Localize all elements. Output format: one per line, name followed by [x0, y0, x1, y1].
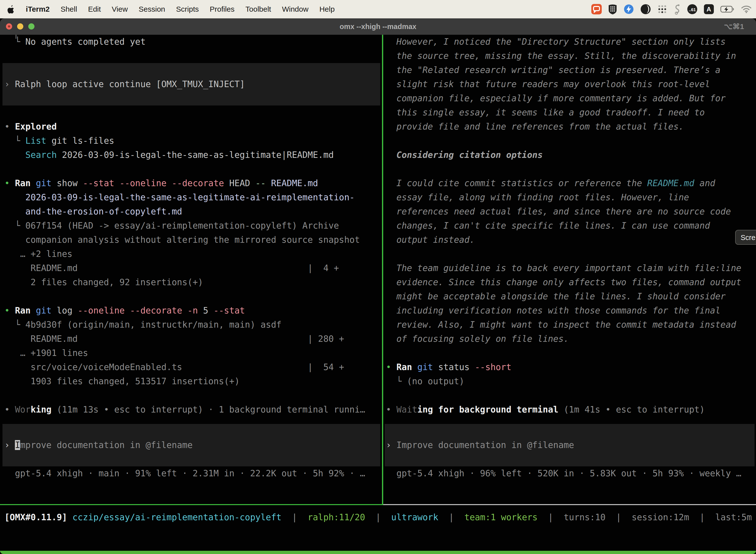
terminal-line: gpt-5.4 xhigh · main · 91% left · 2.31M …: [4, 466, 382, 481]
blank-line: [386, 247, 756, 261]
screen-overlay-tooltip: Scre: [735, 230, 756, 245]
blank-line: [4, 49, 382, 63]
window-title-bar[interactable]: omx --xhigh --madmax ⌥⌘1: [0, 18, 756, 35]
terminal-line: I could cite commit statistics or refere…: [386, 176, 756, 190]
terminal-line: companion file, especially if more comme…: [386, 91, 756, 106]
menu-bar-status-icons: ..61 A: [591, 4, 756, 15]
terminal-pane-left[interactable]: └ No agents completed yet› Ralph loop ac…: [0, 35, 382, 504]
terminal-line: src/voice/voiceModeEnabled.ts | 54 +: [4, 360, 382, 374]
battery-charging-icon[interactable]: [720, 6, 735, 13]
terminal-line: • Working (11m 13s • esc to interrupt) ·…: [4, 403, 382, 417]
injected-message-box: › Ralph loop active continue [OMX_TMUX_I…: [2, 63, 380, 106]
terminal-line: └ (no output): [386, 374, 756, 388]
terminal-line: essay file, along with finding root file…: [386, 190, 756, 205]
blank-line: [386, 417, 756, 424]
blank-line: [4, 417, 382, 424]
terminal-line: • Waiting for background terminal (1m 41…: [386, 403, 756, 417]
terminal-line: output instead.: [386, 233, 756, 247]
terminal-line: evidence. Since this change only affects…: [386, 275, 756, 289]
terminal-line: changes, I can't cite specific file line…: [386, 219, 756, 233]
blank-line: [4, 162, 382, 176]
tmux-host-clock: "MacBook-Pro-44.local" 04:52 31-Mar-26: [554, 553, 753, 554]
input-source-letter: A: [707, 5, 711, 13]
menu-item-help[interactable]: Help: [319, 5, 335, 13]
shield-grid-icon[interactable]: [608, 4, 617, 15]
terminal-line: • Ran git show --stat --oneline --decora…: [4, 176, 382, 190]
terminal-line: README.md | 4 +: [4, 261, 382, 275]
terminal-line: gpt-5.4 xhigh · 96% left · 520K in · 5.8…: [386, 466, 756, 481]
menu-item-iterm2[interactable]: iTerm2: [26, 5, 50, 13]
terminal-line: README.md | 280 +: [4, 332, 382, 346]
dots-grid-icon[interactable]: [657, 4, 667, 14]
badge-61-icon[interactable]: ..61: [687, 4, 697, 14]
terminal-line: However, I noticed the "Directory Struct…: [386, 35, 756, 49]
window-shortcut-hint: ⌥⌘1: [724, 18, 744, 35]
terminal-line: of focusing solely on file lines.: [386, 332, 756, 346]
terminal-line: and-the-erosion-of-copyleft.md: [4, 205, 382, 219]
blank-line: [386, 388, 756, 403]
iterm2-window: omx --xhigh --madmax ⌥⌘1 └ No agents com…: [0, 18, 756, 554]
terminal-line: 1903 files changed, 513517 insertions(+): [4, 374, 382, 388]
terminal-line: companion analysis without altering the …: [4, 233, 382, 247]
prompt-input[interactable]: › Improve documentation in @filename: [385, 424, 755, 466]
s-curve-icon[interactable]: [674, 4, 681, 15]
omx-status-line: [OMX#0.11.9] cczip/essay/ai-reimplementa…: [0, 510, 756, 524]
window-title: omx --xhigh --madmax: [0, 18, 756, 35]
menu-item-profiles[interactable]: Profiles: [209, 5, 234, 13]
terminal-line: including verification notes with those …: [386, 303, 756, 318]
menu-item-shell[interactable]: Shell: [61, 5, 77, 13]
terminal-line: └ List git ls-files: [4, 134, 382, 148]
menu-item-edit[interactable]: Edit: [88, 5, 101, 13]
terminal-line: • Ran git status --short: [386, 360, 756, 374]
terminal-line: • Ran git log --oneline --decorate -n 5 …: [4, 303, 382, 318]
wifi-icon[interactable]: [741, 5, 752, 13]
terminal-line: review. Also, I might want to inspect th…: [386, 318, 756, 332]
terminal-line: └ 067f154 (HEAD -> essay/ai-reimplementa…: [4, 219, 382, 233]
blank-line: [4, 289, 382, 303]
terminal-line: references need actual files, and since …: [386, 205, 756, 219]
terminal-line: The team guideline is to back every impo…: [386, 261, 756, 275]
terminal-line: 2 files changed, 92 insertions(+): [4, 275, 382, 289]
blue-bolt-icon[interactable]: [624, 4, 634, 14]
terminal-line: └ No agents completed yet: [4, 35, 382, 49]
terminal-line: › Improve documentation in @filename: [4, 438, 193, 452]
terminal-line: 2026-03-09-is-legal-the-same-as-legitima…: [4, 190, 382, 205]
terminal-line: this single essay, it seems like a good …: [386, 106, 756, 120]
menu-item-window[interactable]: Window: [282, 5, 309, 13]
terminal-line: › Ralph loop active continue [OMX_TMUX_I…: [4, 77, 245, 91]
terminal-pane-right[interactable]: However, I noticed the "Directory Struct…: [383, 35, 756, 504]
terminal-line: slight risk that future readers may over…: [386, 77, 756, 91]
input-source-a-icon[interactable]: A: [704, 4, 714, 14]
pane-border-bottom-right: [383, 504, 756, 505]
menu-item-scripts[interactable]: Scripts: [176, 5, 199, 13]
terminal-content: └ No agents completed yet› Ralph loop ac…: [0, 35, 756, 554]
badge-61-text: ..61: [689, 7, 696, 12]
terminal-line: Considering citation options: [386, 148, 756, 162]
tmux-session-label: [omx-cczip0:bash*: [3, 553, 92, 554]
menu-item-session[interactable]: Session: [139, 5, 165, 13]
terminal-line: the source tree, missing the essay. Stil…: [386, 49, 756, 63]
terminal-line: … +2 lines: [4, 247, 382, 261]
macos-menu-bar: iTerm2ShellEditViewSessionScriptsProfile…: [0, 0, 756, 18]
menu-item-toolbelt[interactable]: Toolbelt: [246, 5, 271, 13]
tmux-status-bar: [omx-cczip0:bash* "MacBook-Pro-44.local"…: [0, 551, 756, 554]
blank-line: [386, 346, 756, 360]
blank-line: [4, 106, 382, 120]
terminal-line: Search 2026-03-09-is-legal-the-same-as-l…: [4, 148, 382, 162]
terminal-line: might be acceptable alongside the file l…: [386, 289, 756, 303]
moon-circle-icon[interactable]: [640, 4, 651, 14]
terminal-line: └ 4b9d30f (origin/main, instructkr/main,…: [4, 318, 382, 332]
menu-item-view[interactable]: View: [112, 5, 128, 13]
pane-border-bottom-left: [0, 504, 383, 505]
terminal-line: the "Related research writing" section i…: [386, 63, 756, 77]
screen: iTerm2ShellEditViewSessionScriptsProfile…: [0, 0, 756, 554]
terminal-line: provide file and line references from th…: [386, 120, 756, 134]
terminal-line: › Improve documentation in @filename: [386, 438, 574, 452]
screen-mirroring-icon[interactable]: [591, 4, 602, 14]
blank-line: [386, 134, 756, 148]
blank-line: [4, 388, 382, 403]
apple-menu-icon[interactable]: [7, 5, 15, 14]
blank-line: [386, 162, 756, 176]
prompt-input[interactable]: › Improve documentation in @filename: [2, 424, 380, 466]
terminal-line: … +1901 lines: [4, 346, 382, 360]
